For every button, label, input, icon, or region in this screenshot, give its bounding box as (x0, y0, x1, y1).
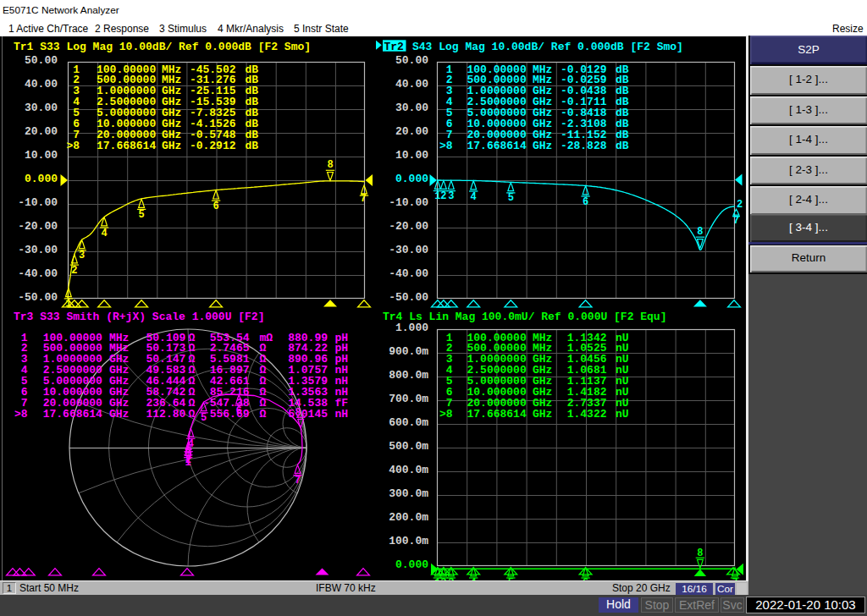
svg-text:40.00: 40.00 (395, 78, 428, 91)
svg-text:5: 5 (508, 192, 514, 204)
svg-text:6: 6 (583, 196, 588, 208)
svg-text:5: 5 (201, 412, 207, 424)
svg-text:40.00: 40.00 (25, 78, 58, 91)
svg-text:-30.00: -30.00 (389, 244, 428, 256)
svg-text:0.000: 0.000 (25, 173, 58, 185)
svg-text:8: 8 (295, 407, 301, 419)
svg-text:20.00: 20.00 (395, 125, 428, 138)
svg-text:-20.00: -20.00 (18, 220, 58, 233)
svg-text:2: 2 (440, 190, 446, 202)
svg-text:3: 3 (448, 190, 454, 202)
svg-text:4: 4 (101, 228, 107, 239)
svg-text:2: 2 (737, 199, 743, 211)
svg-text:17.668614: 17.668614 (467, 140, 527, 152)
svg-text:30.00: 30.00 (25, 102, 58, 114)
svg-text:-28.828: -28.828 (561, 140, 607, 152)
svg-text:>8: >8 (439, 408, 453, 421)
svg-text:800.0m: 800.0m (389, 369, 428, 382)
svg-text:6: 6 (236, 405, 242, 417)
svg-text:-30.00: -30.00 (18, 244, 58, 256)
svg-text:17.668614: 17.668614 (97, 140, 156, 152)
svg-text:Tr1 S33 Log Mag 10.00dB/ Ref 0: Tr1 S33 Log Mag 10.00dB/ Ref 0.000dB [F2… (14, 41, 311, 53)
svg-text:7: 7 (295, 475, 301, 487)
svg-text:-20.00: -20.00 (389, 220, 428, 233)
svg-text:GHz: GHz (533, 140, 552, 152)
svg-text:GHz: GHz (533, 408, 552, 421)
svg-text:dB: dB (616, 140, 629, 152)
svg-text:>8: >8 (14, 408, 28, 421)
svg-text:nH: nH (334, 408, 348, 421)
svg-text:-10.00: -10.00 (389, 196, 428, 209)
svg-text:-50.00: -50.00 (18, 291, 58, 304)
svg-text:556.69: 556.69 (210, 408, 250, 421)
svg-text:600.0m: 600.0m (389, 416, 428, 429)
svg-text:Tr3 S33 Smith (R+jX) Scale 1.0: Tr3 S33 Smith (R+jX) Scale 1.000U [F2] (14, 311, 264, 323)
svg-text:3: 3 (79, 250, 85, 261)
svg-text:0.000: 0.000 (395, 173, 428, 185)
svg-text:GHz: GHz (162, 140, 181, 152)
svg-text:6: 6 (213, 201, 218, 212)
svg-text:17.668614: 17.668614 (43, 408, 102, 421)
svg-text:3: 3 (185, 451, 191, 463)
svg-text:7: 7 (360, 193, 366, 205)
svg-text:4: 4 (188, 438, 194, 450)
svg-text:-40.00: -40.00 (389, 267, 428, 280)
svg-text:Tr2: Tr2 (384, 41, 405, 53)
svg-text:8: 8 (697, 226, 703, 238)
svg-text:1.000: 1.000 (395, 322, 428, 334)
svg-text:1.4322: 1.4322 (567, 408, 607, 421)
svg-text:900.0m: 900.0m (389, 345, 428, 358)
svg-text:2: 2 (71, 265, 77, 277)
svg-text:0.000: 0.000 (395, 558, 428, 571)
svg-text:17.668614: 17.668614 (467, 408, 527, 421)
svg-text:10.00: 10.00 (395, 149, 428, 162)
svg-text:50.00: 50.00 (25, 54, 58, 67)
svg-text:>8: >8 (66, 140, 80, 152)
svg-text:dB: dB (246, 140, 259, 152)
svg-text:700.0m: 700.0m (389, 393, 428, 405)
svg-text:GHz: GHz (109, 408, 129, 421)
svg-text:nU: nU (616, 408, 629, 421)
svg-text:Ω: Ω (259, 408, 266, 421)
svg-text:50.00: 50.00 (395, 54, 428, 67)
svg-text:200.0m: 200.0m (389, 511, 428, 524)
svg-text:>8: >8 (439, 140, 453, 152)
svg-text:7: 7 (733, 215, 739, 227)
svg-text:-50.00: -50.00 (389, 291, 428, 304)
svg-text:-10.00: -10.00 (18, 196, 58, 209)
svg-text:112.80: 112.80 (146, 408, 185, 421)
svg-text:-0.2912: -0.2912 (190, 140, 236, 152)
svg-text:500.0m: 500.0m (389, 440, 428, 453)
svg-text:400.0m: 400.0m (389, 464, 428, 476)
svg-text:S43 Log Mag 10.00dB/ Ref 0.000: S43 Log Mag 10.00dB/ Ref 0.000dB [F2 Smo… (412, 41, 683, 53)
svg-text:8: 8 (327, 159, 333, 171)
svg-text:-40.00: -40.00 (18, 267, 58, 280)
svg-text:20.00: 20.00 (25, 125, 58, 138)
svg-text:30.00: 30.00 (395, 102, 428, 114)
svg-text:4: 4 (471, 191, 477, 203)
svg-text:8: 8 (697, 547, 703, 559)
svg-text:100.0m: 100.0m (389, 535, 428, 547)
svg-text:5: 5 (138, 209, 144, 221)
svg-text:10.00: 10.00 (25, 149, 58, 162)
svg-text:300.0m: 300.0m (389, 487, 428, 500)
